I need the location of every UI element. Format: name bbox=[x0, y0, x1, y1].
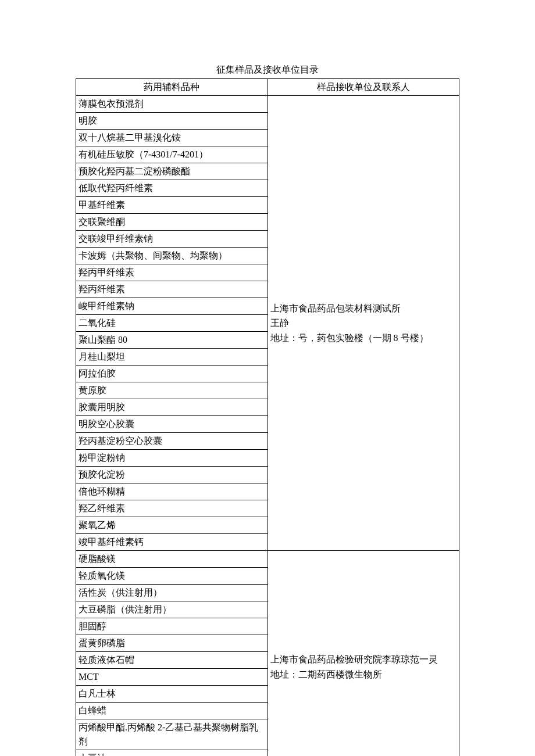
item-cell: 峻甲纤维素钠 bbox=[76, 298, 268, 315]
item-cell: 二氧化硅 bbox=[76, 315, 268, 332]
item-cell: 聚氧乙烯 bbox=[76, 517, 268, 534]
contact-cell-group1: 上海市食品药品包装材料测试所 王静 地址：号，药包实验楼（一期 8 号楼） bbox=[268, 96, 459, 551]
item-cell: 预胶化羟丙基二淀粉磷酸酯 bbox=[76, 163, 268, 180]
item-cell: 交联竣甲纤维素钠 bbox=[76, 231, 268, 248]
contact-address: 地址：二期药西楼微生物所 bbox=[270, 669, 382, 679]
item-cell: 胶囊用明胶 bbox=[76, 399, 268, 416]
table-row: 硬脂酸镁 上海市食品药品检验研究院李琼琼范一灵 地址：二期药西楼微生物所 bbox=[76, 551, 459, 568]
item-cell: 蛋黄卵磷脂 bbox=[76, 635, 268, 652]
item-cell: 竣甲基纤维素钙 bbox=[76, 534, 268, 551]
table-row: 薄膜包衣预混剂 上海市食品药品包装材料测试所 王静 地址：号，药包实验楼（一期 … bbox=[76, 96, 459, 113]
item-cell: 低取代羟丙纤维素 bbox=[76, 180, 268, 197]
item-cell: MCT bbox=[76, 669, 268, 686]
item-cell: 有机硅压敏胶（7-4301/7-4201） bbox=[76, 146, 268, 163]
contact-address: 地址：号，药包实验楼（一期 8 号楼） bbox=[270, 333, 429, 343]
item-cell: 羟乙纤维素 bbox=[76, 500, 268, 517]
page-title: 征集样品及接收单位目录 bbox=[76, 64, 459, 76]
contact-person: 王静 bbox=[270, 318, 289, 328]
item-cell: 大豆油 bbox=[76, 750, 268, 757]
catalog-table: 药用辅料品种 样品接收单位及联系人 薄膜包衣预混剂 上海市食品药品包装材料测试所… bbox=[76, 78, 459, 756]
item-cell: 粉甲淀粉钠 bbox=[76, 450, 268, 467]
item-cell: 双十八烷基二甲基溴化铵 bbox=[76, 130, 268, 146]
item-cell: 薄膜包衣预混剂 bbox=[76, 96, 268, 113]
item-cell: 羟丙纤维素 bbox=[76, 281, 268, 298]
table-header-row: 药用辅料品种 样品接收单位及联系人 bbox=[76, 79, 459, 96]
contact-org: 上海市食品药品包装材料测试所 bbox=[270, 303, 401, 313]
item-cell: 明胶空心胶囊 bbox=[76, 416, 268, 433]
item-cell: 黄原胶 bbox=[76, 382, 268, 399]
item-cell: 胆固醇 bbox=[76, 618, 268, 635]
item-cell: 丙烯酸甲酯.丙烯酸 2-乙基己基共聚物树脂乳剂 bbox=[76, 719, 268, 750]
header-col1: 药用辅料品种 bbox=[76, 79, 268, 96]
item-cell: 阿拉伯胶 bbox=[76, 366, 268, 382]
item-cell: 交联聚维酮 bbox=[76, 214, 268, 231]
item-cell: 预胶化淀粉 bbox=[76, 467, 268, 483]
item-cell: 卡波姆（共聚物、间聚物、均聚物） bbox=[76, 248, 268, 264]
item-cell: 月桂山梨坦 bbox=[76, 349, 268, 366]
item-cell: 羟丙甲纤维素 bbox=[76, 264, 268, 281]
item-cell: 硬脂酸镁 bbox=[76, 551, 268, 568]
header-col2: 样品接收单位及联系人 bbox=[268, 79, 459, 96]
item-cell: 轻质氧化镁 bbox=[76, 568, 268, 585]
item-cell: 大豆磷脂（供注射用） bbox=[76, 601, 268, 618]
item-cell: 聚山梨酯 80 bbox=[76, 332, 268, 349]
item-cell: 甲基纤维素 bbox=[76, 197, 268, 214]
item-cell: 白凡士林 bbox=[76, 686, 268, 703]
item-cell: 轻质液体石帽 bbox=[76, 652, 268, 669]
contact-cell-group2: 上海市食品药品检验研究院李琼琼范一灵 地址：二期药西楼微生物所 bbox=[268, 551, 459, 757]
item-cell: 明胶 bbox=[76, 113, 268, 130]
item-cell: 活性炭（供注射用） bbox=[76, 585, 268, 601]
contact-org: 上海市食品药品检验研究院李琼琼范一灵 bbox=[270, 654, 438, 664]
item-cell: 倍他环糊精 bbox=[76, 483, 268, 500]
item-cell: 羟丙基淀粉空心胶囊 bbox=[76, 433, 268, 450]
item-cell: 白蜂蜡 bbox=[76, 703, 268, 719]
